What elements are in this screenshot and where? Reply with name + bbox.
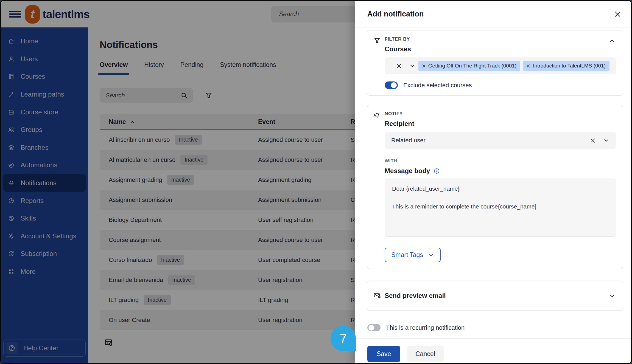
chevron-down-icon: [428, 252, 434, 258]
drawer-header: Add notification: [355, 1, 631, 27]
exclude-courses-label: Exclude selected courses: [403, 82, 472, 89]
message-body-input[interactable]: Dear {related_user_name} This is a remin…: [385, 179, 616, 237]
recipient-value: Related user: [391, 137, 426, 144]
save-button[interactable]: Save: [367, 346, 400, 362]
cancel-button[interactable]: Cancel: [407, 346, 444, 362]
recurring-label: This is a recurring notification: [386, 324, 465, 331]
filter-by-card: FILTER BY Courses Getting Off On The Rig…: [367, 30, 623, 96]
notify-card: NOTIFY Recipient Related user WITH Messa…: [367, 105, 623, 269]
step-annotation-badge: 7: [331, 326, 356, 351]
app-window: t talentlms Search Home Users Courses Le…: [0, 0, 632, 364]
send-preview-card[interactable]: Send preview email: [367, 281, 623, 311]
chip-remove-icon[interactable]: [422, 64, 425, 67]
smart-tags-label: Smart Tags: [391, 251, 423, 259]
courses-multiselect[interactable]: Getting Off On The Right Track (0001) In…: [385, 57, 616, 74]
clear-selection-icon[interactable]: [396, 63, 402, 69]
message-body-heading: Message body: [385, 167, 430, 175]
chevron-down-icon[interactable]: [603, 137, 609, 144]
course-chip[interactable]: Introduction to TalentLMS (001): [523, 61, 609, 71]
message-line: This is a reminder to complete the cours…: [392, 203, 609, 210]
courses-heading: Courses: [385, 45, 616, 53]
smart-tags-button[interactable]: Smart Tags: [385, 248, 441, 262]
with-label: WITH: [385, 158, 616, 164]
envelope-check-icon: [373, 292, 381, 299]
modal-dim-overlay: [1, 1, 355, 363]
chevron-down-icon[interactable]: [409, 63, 416, 69]
course-chip[interactable]: Getting Off On The Right Track (0001): [418, 61, 520, 71]
recipient-heading: Recipient: [385, 120, 616, 128]
send-preview-label: Send preview email: [385, 292, 446, 299]
clear-recipient-icon[interactable]: [590, 138, 596, 143]
chevron-up-icon[interactable]: [609, 38, 616, 44]
recipient-select[interactable]: Related user: [385, 132, 616, 149]
exclude-courses-toggle[interactable]: [385, 81, 398, 89]
notify-bell-icon: [373, 112, 381, 119]
drawer-title: Add notification: [367, 10, 614, 18]
filter-by-label: FILTER BY: [385, 36, 616, 42]
add-notification-drawer: Add notification FILTER BY Courses: [355, 1, 631, 363]
chevron-down-icon[interactable]: [609, 292, 616, 299]
funnel-icon: [373, 37, 381, 44]
chip-remove-icon[interactable]: [527, 64, 530, 67]
notify-label: NOTIFY: [385, 111, 616, 117]
recurring-toggle[interactable]: [367, 324, 381, 331]
drawer-footer: Save Cancel: [355, 338, 631, 362]
info-icon[interactable]: [434, 168, 440, 174]
drawer-body: FILTER BY Courses Getting Off On The Rig…: [355, 27, 631, 363]
message-line: Dear {related_user_name}: [392, 185, 609, 192]
close-icon[interactable]: [614, 10, 621, 18]
